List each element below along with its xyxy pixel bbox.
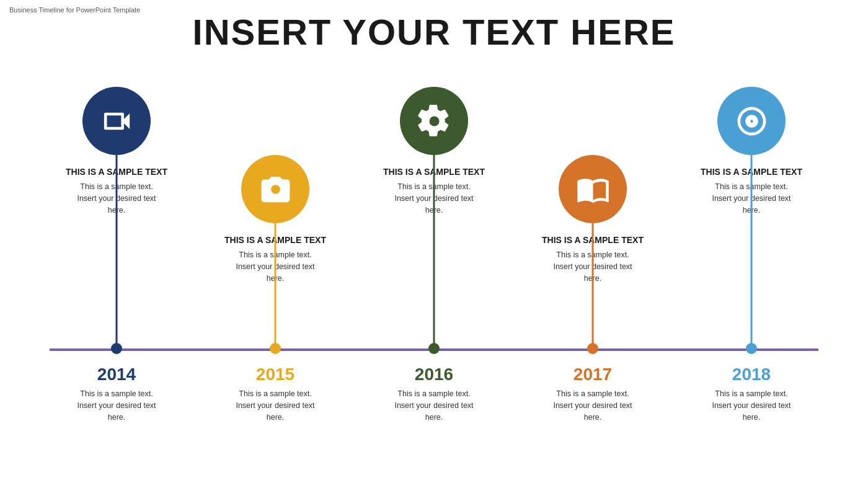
- dot-2014: [111, 343, 122, 354]
- timeline-area: THIS IS A SAMPLE TEXT This is a sample t…: [0, 81, 868, 488]
- circle-2017: [559, 155, 627, 223]
- circle-2016: [400, 87, 468, 155]
- bottom-body-2017: This is a sample text.Insert your desire…: [537, 388, 649, 423]
- col-2017: THIS IS A SAMPLE TEXT This is a sample t…: [513, 81, 672, 488]
- year-2017: 2017: [574, 365, 612, 384]
- circle-2014: [82, 87, 151, 155]
- watermark: Business Timeline for PowerPoint Templat…: [9, 6, 140, 14]
- year-2016: 2016: [415, 365, 453, 384]
- columns: THIS IS A SAMPLE TEXT This is a sample t…: [37, 81, 831, 488]
- stem-2018: [751, 155, 753, 348]
- dot-2015: [270, 343, 281, 354]
- bottom-body-2015: This is a sample text.Insert your desire…: [219, 388, 331, 423]
- year-2014: 2014: [97, 365, 136, 384]
- stem-2015: [275, 223, 277, 348]
- bottom-body-2014: This is a sample text.Insert your desire…: [61, 388, 172, 423]
- col-2016: THIS IS A SAMPLE TEXT This is a sample t…: [355, 81, 513, 488]
- circle-2015: [241, 155, 309, 223]
- stem-2014: [116, 155, 118, 348]
- col-2018: THIS IS A SAMPLE TEXT This is a sample t…: [672, 81, 831, 488]
- stem-2016: [433, 155, 435, 348]
- dot-2018: [746, 343, 757, 354]
- dot-2016: [428, 343, 440, 354]
- year-2015: 2015: [256, 365, 294, 384]
- circle-2018: [717, 87, 786, 155]
- col-2014: THIS IS A SAMPLE TEXT This is a sample t…: [37, 81, 196, 488]
- stem-2017: [592, 223, 594, 348]
- year-2018: 2018: [732, 365, 771, 384]
- dot-2017: [587, 343, 598, 354]
- bottom-body-2016: This is a sample text.Insert your desire…: [378, 388, 490, 423]
- bottom-body-2018: This is a sample text.Insert your desire…: [696, 388, 807, 423]
- col-2015: THIS IS A SAMPLE TEXT This is a sample t…: [196, 81, 355, 488]
